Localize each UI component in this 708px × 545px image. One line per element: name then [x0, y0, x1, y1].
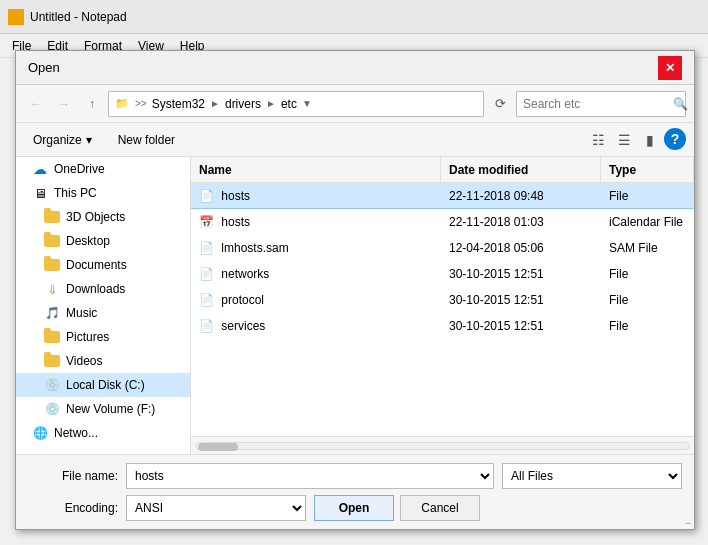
- desktop-icon: [44, 233, 60, 249]
- organize-arrow: ▾: [86, 133, 92, 147]
- new-folder-button[interactable]: New folder: [109, 127, 184, 153]
- pictures-icon: [44, 329, 60, 345]
- open-dialog: Open ✕ ← → ↑ 📁 >> System32 ► drivers ► e…: [15, 50, 695, 530]
- file-type-3: SAM File: [601, 241, 694, 255]
- col-header-type[interactable]: Type: [601, 157, 694, 182]
- address-bar: ← → ↑ 📁 >> System32 ► drivers ► etc ▼ ⟳ …: [16, 85, 694, 123]
- encoding-select[interactable]: ANSI: [126, 495, 306, 521]
- file-icon-1: 📄: [199, 189, 214, 203]
- file-date-1: 22-11-2018 09:48: [441, 189, 601, 203]
- sidebar-item-pictures[interactable]: Pictures: [16, 325, 190, 349]
- breadcrumb-etc[interactable]: etc: [278, 97, 300, 111]
- refresh-button[interactable]: ⟳: [488, 92, 512, 116]
- sidebar-item-new-volume[interactable]: 💿 New Volume (F:): [16, 397, 190, 421]
- file-name-2: 📅 hosts: [191, 215, 441, 229]
- notepad-icon: [8, 9, 24, 25]
- action-buttons: Open Cancel: [314, 495, 480, 521]
- open-button[interactable]: Open: [314, 495, 394, 521]
- local-disk-icon: 💿: [44, 377, 60, 393]
- file-icon-3: 📄: [199, 241, 214, 255]
- file-row[interactable]: 📅 hosts 22-11-2018 01:03 iCalendar File: [191, 209, 694, 235]
- file-date-4: 30-10-2015 12:51: [441, 267, 601, 281]
- file-type-1: File: [601, 189, 694, 203]
- filetype-select[interactable]: All Files: [502, 463, 682, 489]
- file-name-1: 📄 hosts: [191, 189, 441, 203]
- file-type-4: File: [601, 267, 694, 281]
- file-row[interactable]: 📄 lmhosts.sam 12-04-2018 05:06 SAM File: [191, 235, 694, 261]
- horizontal-scrollbar[interactable]: [191, 436, 694, 454]
- sidebar-item-desktop[interactable]: Desktop: [16, 229, 190, 253]
- file-name-6: 📄 services: [191, 319, 441, 333]
- help-button[interactable]: ?: [664, 128, 686, 150]
- search-input[interactable]: [523, 97, 673, 111]
- col-header-date[interactable]: Date modified: [441, 157, 601, 182]
- breadcrumb-sep1: >>: [135, 98, 147, 109]
- filename-row: File name: hosts All Files: [28, 463, 682, 489]
- back-button[interactable]: ←: [24, 92, 48, 116]
- view-details-button[interactable]: ☰: [612, 128, 636, 152]
- file-row[interactable]: 📄 hosts 22-11-2018 09:48 File: [191, 183, 694, 209]
- col-header-name[interactable]: Name: [191, 157, 441, 182]
- documents-icon: [44, 257, 60, 273]
- file-list-container: Name Date modified Type 📄 hosts 22-11-20…: [191, 157, 694, 454]
- music-icon: 🎵: [44, 305, 60, 321]
- file-row[interactable]: 📄 protocol 30-10-2015 12:51 File: [191, 287, 694, 313]
- organize-button[interactable]: Organize ▾: [24, 127, 101, 153]
- sidebar-item-onedrive[interactable]: ☁ OneDrive: [16, 157, 190, 181]
- file-type-6: File: [601, 319, 694, 333]
- filename-select[interactable]: hosts: [126, 463, 494, 489]
- file-icon-5: 📄: [199, 293, 214, 307]
- search-icon[interactable]: 🔍: [673, 97, 688, 111]
- dialog-title: Open: [28, 60, 658, 75]
- file-name-5: 📄 protocol: [191, 293, 441, 307]
- file-type-2: iCalendar File: [601, 215, 694, 229]
- file-date-5: 30-10-2015 12:51: [441, 293, 601, 307]
- onedrive-icon: ☁: [32, 161, 48, 177]
- search-box[interactable]: 🔍: [516, 91, 686, 117]
- breadcrumb-system32[interactable]: System32: [149, 97, 208, 111]
- network-icon: 🌐: [32, 425, 48, 441]
- encoding-label: Encoding:: [28, 501, 118, 515]
- breadcrumb-folder-icon: 📁: [115, 97, 129, 110]
- sidebar-item-3dobjects[interactable]: 3D Objects: [16, 205, 190, 229]
- view-panel-button[interactable]: ▮: [638, 128, 662, 152]
- new-folder-label: New folder: [118, 133, 175, 147]
- downloads-icon: ⇓: [44, 281, 60, 297]
- notepad-title: Untitled - Notepad: [30, 10, 700, 24]
- 3dobjects-icon: [44, 209, 60, 225]
- breadcrumb-drivers[interactable]: drivers: [222, 97, 264, 111]
- resize-handle[interactable]: ⌢: [682, 517, 694, 529]
- sidebar-item-network[interactable]: 🌐 Netwo...: [16, 421, 190, 445]
- view-grid-button[interactable]: ☷: [586, 128, 610, 152]
- sidebar-item-downloads[interactable]: ⇓ Downloads: [16, 277, 190, 301]
- main-content: ☁ OneDrive 🖥 This PC 3D Objects: [16, 157, 694, 454]
- forward-button[interactable]: →: [52, 92, 76, 116]
- new-volume-icon: 💿: [44, 401, 60, 417]
- file-name-4: 📄 networks: [191, 267, 441, 281]
- sidebar-item-this-pc[interactable]: 🖥 This PC: [16, 181, 190, 205]
- file-date-2: 22-11-2018 01:03: [441, 215, 601, 229]
- file-list-header: Name Date modified Type: [191, 157, 694, 183]
- breadcrumb-dropdown[interactable]: ▼: [300, 98, 314, 109]
- encoding-row: Encoding: ANSI Open Cancel: [28, 495, 682, 521]
- this-pc-icon: 🖥: [32, 185, 48, 201]
- file-list-scroll: 📄 hosts 22-11-2018 09:48 File 📅 hosts 22…: [191, 183, 694, 436]
- sidebar-item-videos[interactable]: Videos: [16, 349, 190, 373]
- breadcrumb[interactable]: 📁 >> System32 ► drivers ► etc ▼: [108, 91, 484, 117]
- sidebar-item-local-disk[interactable]: 💿 Local Disk (C:): [16, 373, 190, 397]
- breadcrumb-sep2: ►: [210, 98, 220, 109]
- filename-label: File name:: [28, 469, 118, 483]
- sidebar-item-documents[interactable]: Documents: [16, 253, 190, 277]
- cancel-button[interactable]: Cancel: [400, 495, 480, 521]
- file-row[interactable]: 📄 networks 30-10-2015 12:51 File: [191, 261, 694, 287]
- file-row[interactable]: 📄 services 30-10-2015 12:51 File: [191, 313, 694, 339]
- scrollbar-thumb[interactable]: [198, 443, 238, 451]
- up-button[interactable]: ↑: [80, 92, 104, 116]
- notepad-window: Untitled - Notepad File Edit Format View…: [0, 0, 708, 545]
- breadcrumb-sep3: ►: [266, 98, 276, 109]
- sidebar-item-music[interactable]: 🎵 Music: [16, 301, 190, 325]
- file-type-5: File: [601, 293, 694, 307]
- dialog-close-button[interactable]: ✕: [658, 56, 682, 80]
- file-date-6: 30-10-2015 12:51: [441, 319, 601, 333]
- notepad-titlebar: Untitled - Notepad: [0, 0, 708, 34]
